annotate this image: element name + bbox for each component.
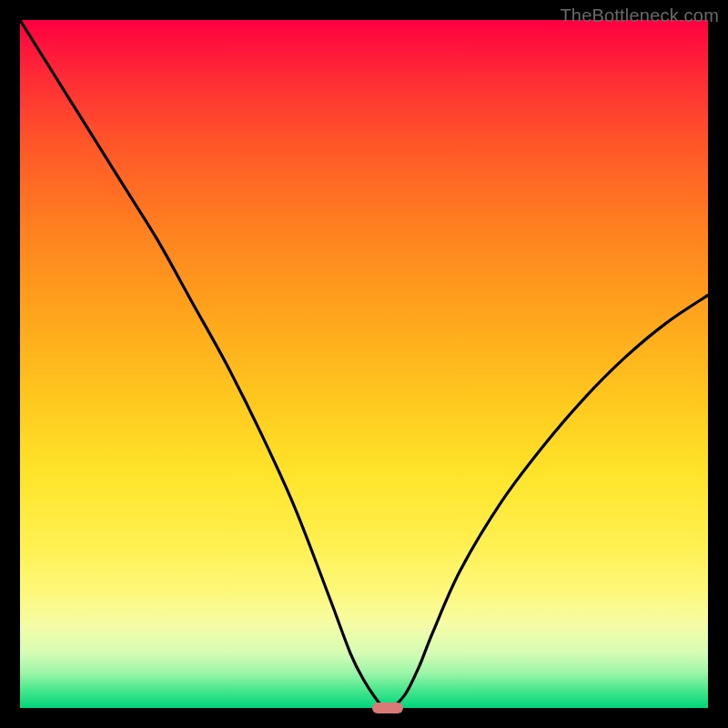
optimal-marker — [372, 703, 403, 713]
bottleneck-curve — [20, 20, 708, 708]
chart-plot-area — [20, 20, 708, 708]
chart-stage: TheBottleneck.com — [0, 0, 728, 728]
watermark-text: TheBottleneck.com — [560, 5, 719, 26]
